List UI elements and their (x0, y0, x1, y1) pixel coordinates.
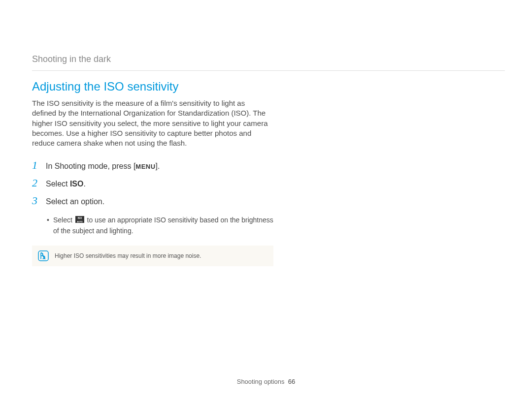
note-text: Higher ISO sensitivities may result in m… (55, 252, 201, 259)
section-heading: Adjusting the ISO sensitivity (32, 80, 502, 93)
step-text: Select ISO. (46, 180, 86, 188)
step-1-suffix: ]. (156, 162, 160, 170)
step-2-suffix: . (83, 180, 85, 188)
intro-paragraph: The ISO sensitivity is the measure of a … (32, 98, 268, 148)
step-number: 2 (32, 177, 46, 189)
step-list: 1 In Shooting mode, press [MENU]. 2 Sele… (32, 159, 502, 207)
svg-text:AUTO: AUTO (77, 220, 82, 223)
step-1: 1 In Shooting mode, press [MENU]. (32, 159, 502, 172)
svg-text:ISO: ISO (77, 216, 82, 219)
step-number: 3 (32, 194, 46, 207)
substep-text: Select ISOAUTO to use an appropriate ISO… (53, 215, 278, 236)
note-icon (38, 250, 49, 261)
step-3: 3 Select an option. (32, 194, 502, 207)
step-text: In Shooting mode, press [MENU]. (46, 162, 160, 171)
footer-page-number: 66 (288, 378, 295, 385)
substep: • Select ISOAUTO to use an appropriate I… (47, 215, 278, 236)
step-2: 2 Select ISO. (32, 177, 502, 189)
step-text: Select an option. (46, 197, 104, 206)
step-2-prefix: Select (46, 180, 70, 188)
substep-suffix: to use an appropriate ISO sensitivity ba… (53, 216, 273, 234)
step-2-bold: ISO (70, 180, 84, 188)
page-footer: Shooting options 66 (237, 378, 296, 385)
step-number: 1 (32, 159, 46, 172)
menu-button-icon: MENU (135, 163, 155, 170)
substep-prefix: Select (53, 216, 74, 224)
iso-auto-icon: ISOAUTO (75, 216, 84, 225)
footer-label: Shooting options (237, 378, 285, 385)
step-1-prefix: In Shooting mode, press [ (46, 162, 135, 170)
divider (32, 70, 505, 71)
bullet-icon: • (47, 215, 49, 236)
breadcrumb: Shooting in the dark (32, 54, 502, 64)
note-box: Higher ISO sensitivities may result in m… (32, 246, 273, 266)
